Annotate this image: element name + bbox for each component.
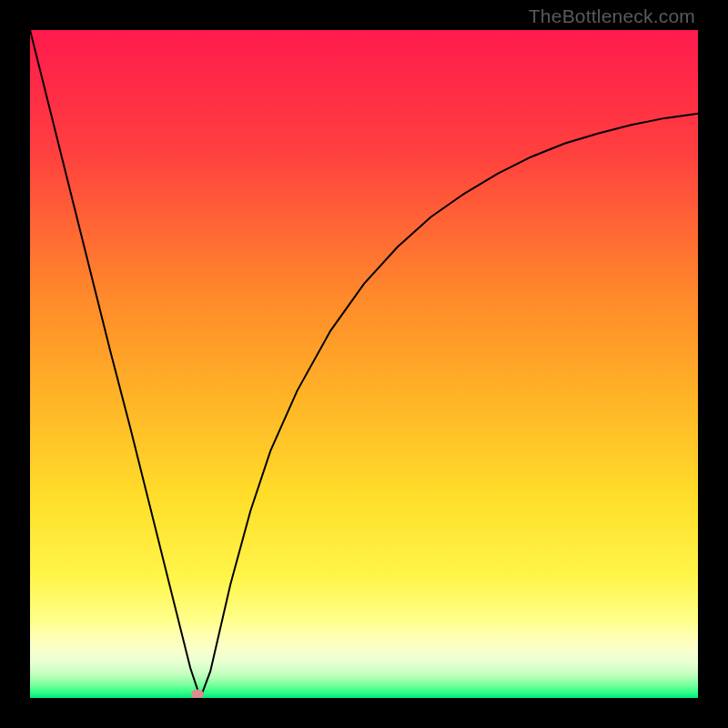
- plot-area: [30, 30, 698, 698]
- bottleneck-curve: [30, 30, 698, 698]
- chart-frame: TheBottleneck.com: [0, 0, 728, 728]
- watermark-text: TheBottleneck.com: [529, 5, 695, 27]
- optimal-point-marker: [191, 690, 204, 698]
